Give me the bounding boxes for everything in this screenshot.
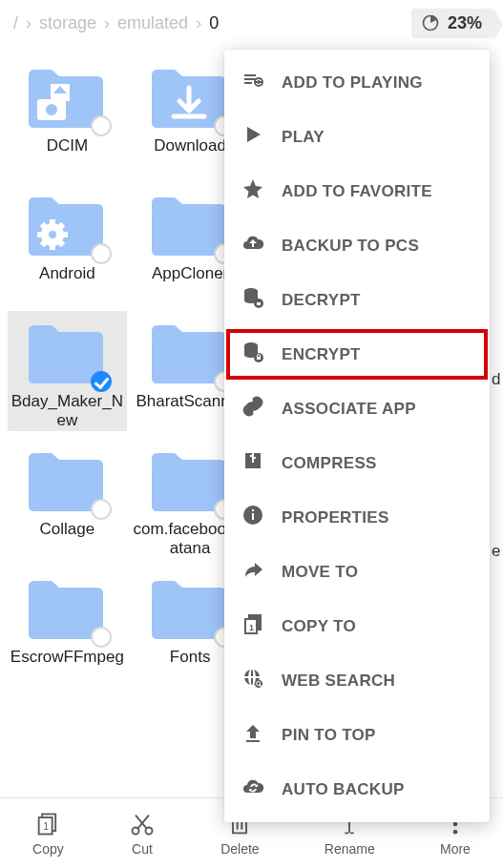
- folder-icon: [24, 317, 110, 388]
- svg-rect-11: [37, 232, 43, 238]
- breadcrumb-current[interactable]: 0: [205, 13, 222, 33]
- menu-item-label: ENCRYPT: [282, 345, 361, 364]
- menu-item-label: WEB SEARCH: [282, 672, 395, 691]
- info-icon: [241, 504, 264, 531]
- menu-item-encrypt[interactable]: ENCRYPT: [224, 327, 490, 382]
- scissors-icon: [129, 811, 156, 837]
- folder-icon: [147, 572, 233, 644]
- menu-item-move-to[interactable]: MOVE TO: [224, 545, 490, 599]
- storage-badge[interactable]: 23%: [411, 9, 493, 38]
- menu-item-backup-to-pcs[interactable]: BACKUP TO PCS: [224, 218, 490, 273]
- breadcrumb-bar: / › storage › emulated › 0 23%: [0, 0, 503, 46]
- globe-search-icon: [241, 667, 264, 694]
- star-icon: [241, 177, 264, 205]
- cut-label: Cut: [132, 841, 153, 857]
- status-dot-icon: [91, 243, 112, 264]
- folder-icon: [24, 444, 110, 516]
- menu-item-web-search[interactable]: WEB SEARCH: [224, 653, 490, 708]
- svg-rect-12: [62, 232, 68, 238]
- menu-item-add-to-favorite[interactable]: ADD TO FAVORITE: [224, 164, 490, 218]
- menu-item-auto-backup[interactable]: AUTO BACKUP: [224, 762, 490, 816]
- svg-text:1: 1: [249, 623, 254, 632]
- copy-button[interactable]: 1 Copy: [32, 811, 64, 857]
- svg-rect-32: [252, 453, 254, 463]
- menu-item-copy-to[interactable]: 1 COPY TO: [224, 599, 490, 653]
- rename-label: Rename: [325, 841, 375, 857]
- menu-item-decrypt[interactable]: DECRYPT: [224, 273, 490, 327]
- folder-icon: [147, 189, 233, 260]
- svg-rect-36: [252, 513, 254, 520]
- menu-item-label: COMPRESS: [282, 454, 377, 473]
- copy-page-icon: 1: [241, 612, 264, 640]
- menu-item-label: BACKUP TO PCS: [282, 237, 419, 256]
- menu-item-label: COPY TO: [282, 617, 356, 636]
- svg-rect-10: [50, 244, 55, 250]
- folder-item[interactable]: Collage: [8, 439, 127, 559]
- folder-label: DCIM: [10, 136, 125, 174]
- copy-icon: 1: [34, 811, 61, 837]
- folder-icon: [147, 317, 233, 388]
- menu-item-label: MOVE TO: [282, 563, 358, 582]
- status-dot-icon: [91, 115, 112, 136]
- partial-column-hint: d e: [492, 55, 503, 561]
- menu-item-label: PLAY: [282, 128, 325, 147]
- menu-item-pin-to-top[interactable]: PIN TO TOP: [224, 708, 490, 762]
- folder-icon: [147, 444, 233, 516]
- menu-item-label: ADD TO PLAYING: [282, 73, 423, 93]
- breadcrumb-emulated[interactable]: emulated: [114, 13, 192, 33]
- folder-label: Android: [10, 264, 125, 301]
- pie-chart-icon: [421, 13, 440, 32]
- svg-point-52: [453, 829, 458, 834]
- breadcrumb-root[interactable]: /: [10, 13, 22, 33]
- db-unlock-icon: [241, 286, 264, 314]
- copy-label: Copy: [32, 841, 64, 857]
- menu-item-compress[interactable]: COMPRESS: [224, 436, 490, 490]
- folder-item[interactable]: Bday_Maker_New: [8, 311, 127, 431]
- cloud-sync-icon: [241, 775, 264, 803]
- folder-icon: [24, 572, 110, 644]
- svg-rect-27: [257, 302, 261, 305]
- menu-item-properties[interactable]: PROPERTIES: [224, 490, 490, 545]
- check-circle-icon: [91, 371, 112, 392]
- playlist-add-icon: [241, 69, 264, 96]
- svg-rect-30: [257, 357, 261, 360]
- cut-button[interactable]: Cut: [129, 811, 156, 857]
- storage-percent: 23%: [448, 13, 482, 33]
- menu-item-label: AUTO BACKUP: [282, 780, 405, 799]
- folder-label: Collage: [10, 520, 125, 557]
- menu-item-label: ADD TO FAVORITE: [282, 182, 432, 201]
- folder-item[interactable]: DCIM: [8, 55, 127, 176]
- chevron-right-icon: ›: [22, 13, 35, 33]
- menu-item-associate-app[interactable]: ASSOCIATE APP: [224, 382, 490, 436]
- menu-item-label: ASSOCIATE APP: [282, 400, 416, 419]
- menu-item-play[interactable]: PLAY: [224, 110, 490, 164]
- svg-point-8: [49, 231, 56, 238]
- breadcrumb-storage[interactable]: storage: [35, 13, 100, 33]
- link-icon: [241, 395, 264, 423]
- svg-rect-37: [252, 509, 254, 511]
- more-label: More: [440, 841, 471, 857]
- folder-item[interactable]: Android: [8, 183, 127, 303]
- svg-text:1: 1: [44, 819, 50, 831]
- svg-rect-44: [246, 740, 260, 742]
- forward-icon: [241, 558, 264, 586]
- chevron-right-icon: ›: [192, 13, 205, 33]
- pin-up-icon: [241, 721, 264, 749]
- play-icon: [241, 123, 264, 151]
- folder-icon: [24, 189, 110, 260]
- status-dot-icon: [91, 499, 112, 520]
- svg-rect-9: [50, 219, 55, 225]
- delete-label: Delete: [220, 841, 259, 857]
- svg-rect-33: [250, 455, 252, 457]
- archive-icon: [241, 449, 264, 477]
- menu-item-label: PROPERTIES: [282, 508, 389, 527]
- menu-item-label: PIN TO TOP: [282, 726, 376, 745]
- svg-point-3: [46, 104, 57, 115]
- folder-label: EscrowFFmpeg: [10, 648, 125, 685]
- context-menu: ADD TO PLAYING PLAY ADD TO FAVORITE BACK…: [224, 50, 490, 822]
- chevron-right-icon: ›: [100, 13, 114, 33]
- folder-item[interactable]: EscrowFFmpeg: [8, 567, 127, 687]
- menu-item-add-to-playing[interactable]: ADD TO PLAYING: [224, 55, 490, 110]
- db-lock-icon: [241, 341, 264, 368]
- menu-item-label: DECRYPT: [282, 291, 361, 310]
